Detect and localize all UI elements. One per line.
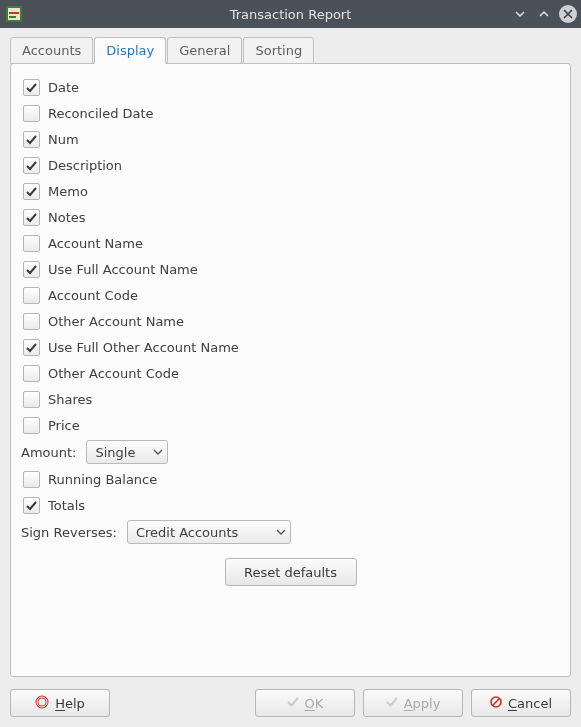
tab-label: Sorting	[255, 43, 302, 58]
button-bar: Help OK Apply Cancel	[0, 683, 581, 727]
tabstrip: Accounts Display General Sorting	[0, 28, 581, 63]
option-account-code[interactable]: Account Code	[21, 282, 560, 308]
option-memo[interactable]: Memo	[21, 178, 560, 204]
option-label: Totals	[48, 498, 85, 513]
option-shares[interactable]: Shares	[21, 386, 560, 412]
button-label: OK	[305, 696, 324, 711]
help-button[interactable]: Help	[10, 689, 110, 717]
sign-reverses-select[interactable]: Credit Accounts	[127, 520, 291, 544]
option-num[interactable]: Num	[21, 126, 560, 152]
amount-select[interactable]: Single	[86, 440, 168, 464]
tab-label: Accounts	[22, 43, 81, 58]
button-label: Cancel	[508, 696, 552, 711]
tab-display[interactable]: Display	[94, 37, 166, 64]
reset-defaults-row: Reset defaults	[21, 546, 560, 586]
tab-label: General	[179, 43, 230, 58]
titlebar: Transaction Report	[0, 0, 581, 28]
checkbox[interactable]	[23, 313, 40, 330]
checkbox[interactable]	[23, 209, 40, 226]
option-label: Other Account Code	[48, 366, 179, 381]
amount-label: Amount:	[21, 445, 76, 460]
cancel-icon	[490, 696, 502, 711]
button-label: Reset defaults	[244, 565, 337, 580]
option-label: Price	[48, 418, 80, 433]
svg-rect-3	[9, 16, 16, 18]
option-label: Memo	[48, 184, 88, 199]
svg-line-7	[492, 698, 499, 705]
option-label: Use Full Account Name	[48, 262, 198, 277]
option-description[interactable]: Description	[21, 152, 560, 178]
display-panel: Date Reconciled Date Num Description Mem…	[10, 63, 571, 677]
option-label: Account Code	[48, 288, 138, 303]
checkbox[interactable]	[23, 157, 40, 174]
maximize-button[interactable]	[535, 5, 553, 23]
sign-reverses-row: Sign Reverses: Credit Accounts	[21, 518, 560, 546]
svg-rect-2	[9, 12, 19, 14]
option-label: Running Balance	[48, 472, 157, 487]
checkbox[interactable]	[23, 79, 40, 96]
amount-row: Amount: Single	[21, 438, 560, 466]
chevron-down-icon	[276, 525, 286, 540]
help-icon	[35, 695, 49, 712]
option-label: Shares	[48, 392, 92, 407]
sign-reverses-label: Sign Reverses:	[21, 525, 117, 540]
tab-sorting[interactable]: Sorting	[243, 37, 314, 64]
option-label: Use Full Other Account Name	[48, 340, 239, 355]
option-label: Notes	[48, 210, 86, 225]
checkbox[interactable]	[23, 471, 40, 488]
check-icon	[287, 696, 299, 711]
apply-button[interactable]: Apply	[363, 689, 463, 717]
checkbox[interactable]	[23, 183, 40, 200]
checkbox[interactable]	[23, 261, 40, 278]
sign-reverses-value: Credit Accounts	[136, 525, 239, 540]
dialog-body: Accounts Display General Sorting Date Re…	[0, 28, 581, 727]
option-price[interactable]: Price	[21, 412, 560, 438]
option-label: Other Account Name	[48, 314, 184, 329]
minimize-button[interactable]	[511, 5, 529, 23]
option-account-name[interactable]: Account Name	[21, 230, 560, 256]
option-label: Account Name	[48, 236, 143, 251]
option-label: Reconciled Date	[48, 106, 154, 121]
checkbox[interactable]	[23, 391, 40, 408]
option-date[interactable]: Date	[21, 74, 560, 100]
check-icon	[386, 696, 398, 711]
option-running-balance[interactable]: Running Balance	[21, 466, 560, 492]
checkbox[interactable]	[23, 235, 40, 252]
option-label: Description	[48, 158, 122, 173]
window-title: Transaction Report	[0, 7, 581, 22]
option-use-full-account-name[interactable]: Use Full Account Name	[21, 256, 560, 282]
checkbox[interactable]	[23, 417, 40, 434]
checkbox[interactable]	[23, 339, 40, 356]
reset-defaults-button[interactable]: Reset defaults	[225, 558, 357, 586]
option-reconciled-date[interactable]: Reconciled Date	[21, 100, 560, 126]
option-totals[interactable]: Totals	[21, 492, 560, 518]
option-label: Num	[48, 132, 79, 147]
option-use-full-other-account-name[interactable]: Use Full Other Account Name	[21, 334, 560, 360]
option-label: Date	[48, 80, 79, 95]
display-panel-inner: Date Reconciled Date Num Description Mem…	[21, 74, 560, 666]
chevron-down-icon	[153, 445, 163, 460]
close-button[interactable]	[559, 5, 577, 23]
checkbox[interactable]	[23, 131, 40, 148]
ok-button[interactable]: OK	[255, 689, 355, 717]
amount-value: Single	[95, 445, 135, 460]
tab-accounts[interactable]: Accounts	[10, 37, 93, 64]
tab-general[interactable]: General	[167, 37, 242, 64]
checkbox[interactable]	[23, 105, 40, 122]
button-label: Apply	[404, 696, 441, 711]
checkbox[interactable]	[23, 497, 40, 514]
button-label: Help	[55, 696, 85, 711]
tab-label: Display	[106, 43, 154, 58]
checkbox[interactable]	[23, 287, 40, 304]
window-controls	[511, 0, 577, 28]
option-other-account-code[interactable]: Other Account Code	[21, 360, 560, 386]
app-icon	[6, 6, 22, 22]
cancel-button[interactable]: Cancel	[471, 689, 571, 717]
option-other-account-name[interactable]: Other Account Name	[21, 308, 560, 334]
checkbox[interactable]	[23, 365, 40, 382]
option-notes[interactable]: Notes	[21, 204, 560, 230]
